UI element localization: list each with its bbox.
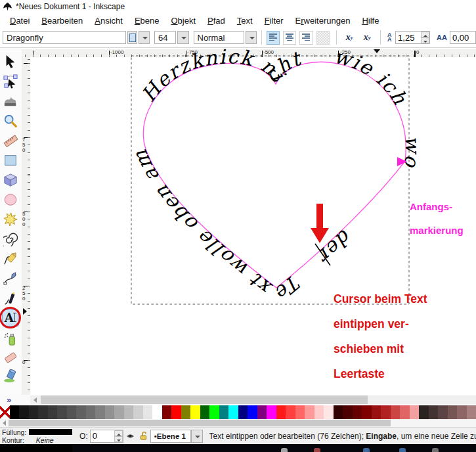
- layer-lock-toggle[interactable]: [140, 432, 148, 440]
- tool-eraser[interactable]: [2, 349, 19, 366]
- tool-text[interactable]: A: [2, 309, 19, 327]
- palette-swatch[interactable]: [419, 405, 429, 419]
- menu-item[interactable]: Datei: [4, 14, 35, 27]
- palette-swatch[interactable]: [105, 405, 115, 419]
- line-spacing-input[interactable]: [396, 33, 421, 43]
- palette-swatch[interactable]: [67, 405, 77, 419]
- opacity-spinner[interactable]: [114, 430, 123, 442]
- taskbar-app-icon[interactable]: [399, 448, 406, 452]
- tool-zoom[interactable]: [2, 112, 19, 129]
- palette-scroll-left-icon[interactable]: [0, 419, 7, 427]
- palette-swatch[interactable]: [228, 405, 238, 419]
- tool-spiral[interactable]: [2, 231, 19, 248]
- align-justify-button[interactable]: [316, 31, 330, 45]
- palette-swatch[interactable]: [448, 405, 458, 419]
- palette-scrollbar-thumb[interactable]: [9, 420, 391, 426]
- palette-swatch[interactable]: [0, 405, 10, 419]
- layer-selector-dropdown[interactable]: [191, 430, 202, 443]
- palette-swatch[interactable]: [362, 405, 372, 419]
- palette-swatch[interactable]: [438, 405, 448, 419]
- palette-swatch[interactable]: [162, 405, 172, 419]
- tool-select[interactable]: [2, 53, 19, 70]
- line-spacing-spinner[interactable]: [421, 32, 429, 43]
- palette-swatch[interactable]: [114, 405, 124, 419]
- palette-swatch[interactable]: [19, 405, 29, 419]
- menu-item[interactable]: Hilfe: [356, 14, 385, 27]
- palette-swatch[interactable]: [143, 405, 153, 419]
- palette-swatch[interactable]: [400, 405, 410, 419]
- palette-swatch[interactable]: [29, 405, 39, 419]
- windows-taskbar[interactable]: [0, 444, 476, 452]
- palette-swatch[interactable]: [124, 405, 134, 419]
- menu-item[interactable]: Text: [231, 14, 259, 27]
- tool-ellipse[interactable]: [2, 191, 19, 208]
- palette-swatch[interactable]: [381, 405, 391, 419]
- palette-swatch[interactable]: [238, 405, 248, 419]
- palette-swatch[interactable]: [295, 405, 305, 419]
- font-family-dropdown[interactable]: [139, 31, 150, 44]
- horizontal-scrollbar[interactable]: [30, 395, 476, 404]
- menu-item[interactable]: Erweiterungen: [290, 14, 357, 27]
- tool-paint-bucket[interactable]: [2, 367, 19, 384]
- tool-tweak[interactable]: [2, 93, 19, 110]
- opacity-spinbox[interactable]: [90, 430, 123, 443]
- superscript-button[interactable]: xy: [341, 30, 358, 45]
- subscript-button[interactable]: xy: [359, 30, 376, 45]
- font-from-document-button[interactable]: [127, 31, 137, 44]
- horizontal-ruler[interactable]: -1000-750-500-2500250: [22, 49, 476, 57]
- menu-item[interactable]: Filter: [259, 14, 290, 27]
- palette-swatch[interactable]: [391, 405, 400, 419]
- toolbox-overflow-button[interactable]: »: [7, 395, 11, 405]
- palette-swatch[interactable]: [334, 405, 343, 419]
- font-style-dropdown[interactable]: [246, 31, 257, 44]
- layer-visibility-toggle[interactable]: [126, 432, 135, 440]
- palette-swatch[interactable]: [248, 405, 257, 419]
- tool-measure[interactable]: [2, 132, 19, 149]
- palette-swatch[interactable]: [410, 405, 420, 419]
- menu-item[interactable]: Ebene: [129, 14, 165, 27]
- opacity-input[interactable]: [91, 431, 114, 441]
- fill-stroke-indicator[interactable]: Füllung: Kontur:Keine: [0, 428, 78, 444]
- line-spacing-spinbox[interactable]: [395, 31, 430, 44]
- menu-item[interactable]: Pfad: [202, 14, 231, 27]
- palette-swatch[interactable]: [171, 405, 181, 419]
- palette-swatch[interactable]: [286, 405, 295, 419]
- palette-swatch[interactable]: [76, 405, 86, 419]
- menu-item[interactable]: Ansicht: [89, 14, 129, 27]
- taskbar-app-icon[interactable]: [281, 448, 288, 452]
- align-right-button[interactable]: [299, 31, 313, 45]
- palette-swatch[interactable]: [467, 405, 476, 419]
- font-style-field[interactable]: Normal: [194, 31, 244, 44]
- tool-pencil[interactable]: [2, 250, 19, 267]
- tool-3d-box[interactable]: [2, 171, 19, 189]
- fill-color-swatch[interactable]: [29, 429, 72, 435]
- palette-swatch[interactable]: [152, 405, 162, 419]
- palette-swatch[interactable]: [343, 405, 353, 419]
- palette-swatch[interactable]: [10, 405, 20, 419]
- align-center-button[interactable]: [283, 31, 296, 45]
- tool-spray[interactable]: [2, 330, 19, 348]
- font-family-field[interactable]: Dragonfly: [3, 31, 126, 44]
- scroll-left-arrow-icon[interactable]: [30, 395, 39, 404]
- tool-rectangle[interactable]: [2, 152, 19, 169]
- palette-swatch[interactable]: [257, 405, 267, 419]
- layer-selector[interactable]: •Ebene 1: [150, 430, 191, 443]
- horizontal-scrollbar-thumb[interactable]: [41, 395, 368, 404]
- palette-swatch[interactable]: [267, 405, 276, 419]
- letter-spacing-input[interactable]: [450, 33, 475, 43]
- palette-swatch[interactable]: [57, 405, 67, 419]
- palette-swatch[interactable]: [429, 405, 439, 419]
- tool-bezier-pen[interactable]: [2, 270, 19, 287]
- palette-swatch[interactable]: [457, 405, 467, 419]
- letter-spacing-spinbox[interactable]: [450, 31, 476, 44]
- palette-scrollbar[interactable]: [0, 419, 476, 427]
- menu-item[interactable]: Bearbeiten: [35, 14, 89, 27]
- vertical-ruler[interactable]: 7505002500250: [22, 57, 30, 395]
- align-left-button[interactable]: [267, 31, 280, 45]
- palette-swatch[interactable]: [276, 405, 286, 419]
- menu-item[interactable]: Objekt: [165, 14, 202, 27]
- tool-star[interactable]: [2, 211, 19, 228]
- palette-swatch[interactable]: [86, 405, 96, 419]
- palette-swatch[interactable]: [209, 405, 219, 419]
- font-size-field[interactable]: 64: [154, 31, 176, 44]
